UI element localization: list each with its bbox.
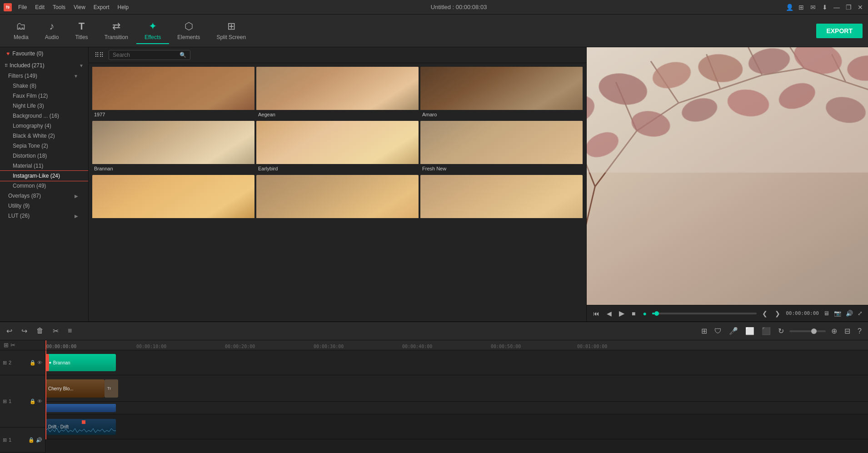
track-scissors-icon[interactable]: ✂ [10,342,15,348]
volume-icon[interactable]: 🔊 [845,309,854,318]
svg-rect-10 [256,175,419,218]
help-icon[interactable]: ? [856,326,863,336]
play-btn[interactable]: ▶ [617,308,626,319]
cut-btn[interactable]: ✂ [51,326,60,336]
toolbar-media[interactable]: 🗂 Media [5,18,37,44]
track2-eye-icon[interactable]: 👁 [37,360,42,366]
fit-icon[interactable]: ⊟ [843,326,852,336]
download-icon[interactable]: ⬇ [821,3,829,11]
close-btn[interactable]: ✕ [856,3,864,11]
sidebar-sub-distortion[interactable]: Distortion (18) [0,151,88,161]
sidebar-section-included[interactable]: ⠿ Included (271) ▼ [0,60,88,71]
sidebar-sub-faux-film[interactable]: Faux Film (12) [0,91,88,101]
mail-icon[interactable]: ✉ [809,3,817,11]
clip-brannan[interactable]: ✦ Brannan [45,354,116,371]
loop-icon[interactable]: ↻ [776,326,786,336]
clip-audio-drift[interactable]: Drift · Drift [45,419,116,435]
rewind-btn[interactable]: ⏮ [591,309,601,318]
splitscreen-label: Split Screen [216,34,246,40]
sidebar-sub-black-white[interactable]: Black & White (2) [0,131,88,141]
effect-brannan[interactable]: Brannan [92,121,254,173]
snap-icon[interactable]: ⊞ [699,326,709,336]
effect-row3b[interactable] [256,175,419,222]
audio-mute-icon[interactable]: 🔊 [36,437,42,443]
sidebar-sub-lomography[interactable]: Lomography (4) [0,121,88,131]
step-back-btn[interactable]: ◀ [605,309,614,318]
track-add-icon[interactable]: ⊞ [4,342,9,348]
subtitle-icon[interactable]: ⬜ [743,326,756,336]
settings-btn[interactable]: ≡ [66,326,74,336]
clip-tr[interactable]: Tr [105,379,118,398]
effect-amaro[interactable]: Amaro [420,67,583,119]
minimize-btn[interactable]: — [833,3,841,11]
sidebar-sub-common[interactable]: Common (49) [0,181,88,191]
effect-earlybird[interactable]: Earlybird [256,121,419,173]
maximize-btn[interactable]: ❐ [844,3,853,11]
sepia-label: Sepia Tone (2) [13,143,48,149]
profile-icon[interactable]: 👤 [785,3,793,11]
app-window: f9 File Edit Tools View Export Help Unti… [0,0,868,453]
effect-1977-label: 1977 [92,110,254,119]
sidebar-sub-sepia[interactable]: Sepia Tone (2) [0,141,88,151]
delete-btn[interactable]: 🗑 [35,326,45,336]
toolbar-elements[interactable]: ⬡ Elements [169,18,208,44]
toolbar-audio[interactable]: ♪ Audio [37,18,67,44]
shake-label: Shake (8) [13,83,36,89]
sidebar-sub-night-life[interactable]: Night Life (3) [0,101,88,111]
overlay-icon[interactable]: ⬛ [760,326,773,336]
mic-icon[interactable]: 🎤 [727,326,740,336]
shield-icon[interactable]: 🛡 [713,326,723,336]
toolbar-transition[interactable]: ⇄ Transition [96,18,136,44]
audio-lock-icon[interactable]: 🔒 [28,437,35,443]
toolbar-titles[interactable]: T Titles [67,18,96,44]
clip-fx-bar[interactable] [45,404,116,412]
expand-icon[interactable]: ⤢ [857,309,863,318]
sidebar-sub-lut[interactable]: LUT (26) ▶ [0,211,88,221]
menu-tools[interactable]: Tools [49,3,69,11]
snapshot-icon[interactable]: 📷 [833,309,842,318]
sidebar-sub-utility[interactable]: Utility (9) [0,201,88,211]
stop-btn[interactable]: ■ [630,309,637,318]
progress-bar[interactable] [652,313,757,314]
fullscreen-icon[interactable]: 🖥 [823,309,830,318]
redo-btn[interactable]: ↪ [20,326,29,336]
toolbar-effects[interactable]: ✦ Effects [136,18,169,44]
record-btn[interactable]: ● [641,309,648,318]
track-label-1: ⊞ 1 🔒 👁 [0,375,45,428]
sidebar-sub-shake[interactable]: Shake (8) [0,81,88,91]
effect-freshnew[interactable]: Fresh New [420,121,583,173]
grid-icon[interactable]: ⊞ [797,3,805,11]
favourite-item[interactable]: ♥ Favourite (0) [0,47,88,60]
undo-btn[interactable]: ↩ [5,326,14,336]
heart-icon: ♥ [6,50,10,57]
menu-export[interactable]: Export [90,3,113,11]
track2-lock-icon[interactable]: 🔒 [30,360,36,366]
effect-aegean[interactable]: Aegean [256,67,419,119]
effect-row3c[interactable] [420,175,583,222]
menu-help[interactable]: Help [114,3,133,11]
sidebar-sub-filters[interactable]: Filters (149) ▼ [0,71,88,81]
track1-lock-icon[interactable]: 🔒 [30,398,36,404]
grid-toggle-icon[interactable]: ⠿⠿ [93,50,105,60]
export-button[interactable]: EXPORT [816,24,863,38]
sidebar-sub-instagram[interactable]: Instagram-Like (24) [0,171,88,181]
menu-file[interactable]: File [15,3,30,11]
clip-cherry[interactable]: Cherry Blo... [45,379,105,398]
titlebar-menu: File Edit Tools View Export Help [15,3,132,11]
zoom-slider[interactable] [789,330,826,332]
menu-view[interactable]: View [70,3,89,11]
effect-1977[interactable]: 1977 [92,67,254,119]
timeline-track-audio: Drift · Drift [45,414,868,439]
track1-eye-icon[interactable]: 👁 [37,398,42,404]
sidebar-sub-material[interactable]: Material (11) [0,161,88,171]
nav-back-icon[interactable]: ❮ [760,309,769,318]
sidebar-sub-overlays[interactable]: Overlays (87) ▶ [0,191,88,201]
nav-forward-icon[interactable]: ❯ [773,309,782,318]
sidebar-sub-background[interactable]: Background ... (16) [0,111,88,121]
toolbar-splitscreen[interactable]: ⊞ Split Screen [208,18,254,44]
effect-row3a[interactable] [92,175,254,222]
menu-edit[interactable]: Edit [31,3,48,11]
search-input[interactable] [113,52,177,58]
zoom-in-icon[interactable]: ⊕ [829,326,839,336]
ruler-mark-60: 00:01:00:00 [577,344,607,349]
